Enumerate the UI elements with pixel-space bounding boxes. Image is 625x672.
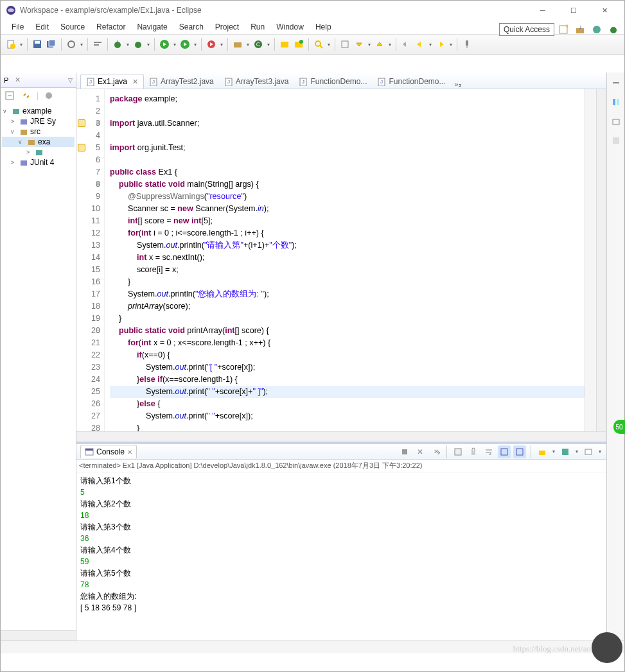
editor-tab[interactable]: JArrayTest3.java bbox=[219, 74, 294, 89]
menu-help[interactable]: Help bbox=[310, 21, 337, 33]
console-output[interactable]: 请输入第1个数5请输入第2个数18请输入第3个数36请输入第4个数59请输入第5… bbox=[76, 472, 606, 641]
debug-last-button[interactable] bbox=[132, 38, 145, 51]
menu-search[interactable]: Search bbox=[173, 21, 209, 33]
show-console-icon[interactable] bbox=[498, 445, 511, 458]
clear-console-icon[interactable] bbox=[452, 445, 464, 458]
terminate-icon[interactable] bbox=[398, 445, 411, 458]
minimize-view-icon[interactable] bbox=[610, 76, 622, 89]
pkg-hscroll[interactable] bbox=[1, 630, 76, 641]
minimize-button[interactable]: ─ bbox=[528, 1, 557, 19]
svg-rect-69 bbox=[613, 137, 619, 144]
svg-rect-36 bbox=[13, 109, 19, 114]
svg-rect-64 bbox=[585, 449, 592, 454]
console-tab[interactable]: Console ✕ bbox=[80, 445, 137, 458]
perspective-switcher: + J bbox=[557, 23, 620, 36]
code-area[interactable]: package example;import java.util.Scanner… bbox=[105, 89, 585, 431]
editor-tab[interactable]: JArrayTest2.java bbox=[144, 74, 219, 89]
forward-button[interactable] bbox=[434, 38, 447, 51]
menu-navigate[interactable]: Navigate bbox=[131, 21, 173, 33]
tasks-view-icon[interactable] bbox=[610, 134, 622, 147]
package-tree[interactable]: vexample>JRE Syvsrcvexa>>JUnit 4 bbox=[1, 103, 76, 170]
overview-ruler[interactable] bbox=[585, 89, 596, 431]
svg-point-1 bbox=[8, 8, 14, 12]
toggle-breadcrumb-icon[interactable] bbox=[91, 38, 104, 51]
skip-breakpoints-icon[interactable] bbox=[65, 38, 78, 51]
editor-tab[interactable]: JFunctionDemo... bbox=[372, 74, 450, 89]
tree-item[interactable]: vexample bbox=[2, 106, 75, 116]
scroll-lock-icon[interactable] bbox=[467, 445, 480, 458]
pin-editor-icon[interactable] bbox=[461, 38, 473, 51]
collapse-all-icon[interactable] bbox=[3, 89, 16, 102]
menu-file[interactable]: File bbox=[6, 21, 30, 33]
debug-perspective-icon[interactable] bbox=[607, 23, 620, 36]
close-button[interactable]: ✕ bbox=[590, 1, 619, 19]
open-console-icon[interactable] bbox=[536, 445, 549, 458]
menu-project[interactable]: Project bbox=[209, 21, 245, 33]
tree-item[interactable]: > bbox=[2, 147, 75, 157]
save-button[interactable] bbox=[31, 38, 44, 51]
svg-text:J: J bbox=[89, 79, 92, 85]
svg-rect-60 bbox=[501, 449, 507, 455]
svg-point-13 bbox=[135, 42, 141, 48]
editor-tabs-overflow[interactable]: »₃ bbox=[455, 80, 461, 89]
javaee-perspective-icon[interactable] bbox=[590, 23, 603, 36]
toggle-mark-icon[interactable] bbox=[339, 38, 351, 51]
menu-run[interactable]: Run bbox=[245, 21, 270, 33]
new-console-icon[interactable] bbox=[582, 445, 595, 458]
new-java-package-icon[interactable] bbox=[231, 38, 244, 51]
console-toolbar: ✕ ✕✕ ▾ ▾ ▾ bbox=[398, 445, 603, 458]
line-number-gutter[interactable]: 123⊖45678⊖91011121314151617181920⊖212223… bbox=[76, 89, 105, 431]
tree-item[interactable]: >JUnit 4 bbox=[2, 157, 75, 168]
next-annotation-icon[interactable] bbox=[353, 38, 365, 51]
tree-item[interactable]: vsrc bbox=[2, 126, 75, 137]
menu-window[interactable]: Window bbox=[270, 21, 310, 33]
svg-point-23 bbox=[315, 41, 321, 46]
open-task-icon[interactable] bbox=[292, 38, 305, 51]
java-perspective-icon[interactable]: J bbox=[574, 23, 586, 36]
svg-rect-53 bbox=[85, 449, 93, 451]
svg-rect-58 bbox=[455, 449, 461, 455]
outline-view-icon[interactable] bbox=[610, 96, 622, 108]
editor-hscroll[interactable] bbox=[76, 431, 606, 442]
svg-rect-17 bbox=[234, 42, 242, 47]
editor-body[interactable]: 123⊖45678⊖91011121314151617181920⊖212223… bbox=[76, 89, 606, 431]
restore-view-icon[interactable] bbox=[610, 115, 622, 128]
prev-annotation-icon[interactable] bbox=[373, 38, 386, 51]
open-perspective-icon[interactable]: + bbox=[557, 23, 570, 36]
word-wrap-icon[interactable] bbox=[482, 445, 495, 458]
last-edit-icon[interactable] bbox=[400, 38, 412, 51]
coverage-button[interactable] bbox=[205, 38, 218, 51]
remove-all-icon[interactable]: ✕✕ bbox=[429, 445, 442, 458]
menu-edit[interactable]: Edit bbox=[30, 21, 55, 33]
package-explorer-tab[interactable]: P bbox=[1, 75, 12, 85]
editor-vscroll[interactable] bbox=[596, 89, 606, 431]
view-menu-icon[interactable]: ▽ bbox=[65, 76, 76, 85]
maximize-button[interactable]: ☐ bbox=[559, 1, 588, 19]
quick-access[interactable]: Quick Access bbox=[499, 23, 554, 36]
link-editor-icon[interactable] bbox=[20, 89, 33, 102]
focus-task-icon[interactable] bbox=[42, 89, 55, 102]
debug-button[interactable] bbox=[111, 38, 124, 51]
editor-tab[interactable]: JFunctionDemo... bbox=[294, 74, 372, 89]
run-button[interactable] bbox=[158, 38, 171, 51]
editor-tab[interactable]: JEx1.java✕ bbox=[80, 74, 144, 89]
new-button[interactable] bbox=[4, 38, 17, 51]
new-dropdown[interactable]: ▾ bbox=[19, 42, 24, 47]
window-controls: ─ ☐ ✕ bbox=[528, 1, 619, 20]
back-button[interactable] bbox=[414, 38, 427, 51]
svg-point-31 bbox=[593, 26, 601, 33]
search-icon[interactable] bbox=[312, 38, 325, 51]
menu-source[interactable]: Source bbox=[55, 21, 91, 33]
remove-launch-icon[interactable]: ✕ bbox=[414, 445, 427, 458]
run-last-button[interactable] bbox=[179, 38, 191, 51]
tree-item[interactable]: >JRE Sy bbox=[2, 116, 75, 126]
tree-item[interactable]: vexa bbox=[2, 137, 75, 147]
save-all-button[interactable] bbox=[45, 38, 58, 51]
display-console-icon[interactable] bbox=[559, 445, 572, 458]
new-java-class-icon[interactable]: C bbox=[252, 38, 265, 51]
open-type-icon[interactable] bbox=[278, 38, 291, 51]
menu-refactor[interactable]: Refactor bbox=[91, 21, 131, 33]
pin-console-icon[interactable] bbox=[513, 445, 526, 458]
close-view-icon[interactable]: ✕ bbox=[12, 74, 24, 85]
svg-rect-38 bbox=[21, 130, 27, 135]
